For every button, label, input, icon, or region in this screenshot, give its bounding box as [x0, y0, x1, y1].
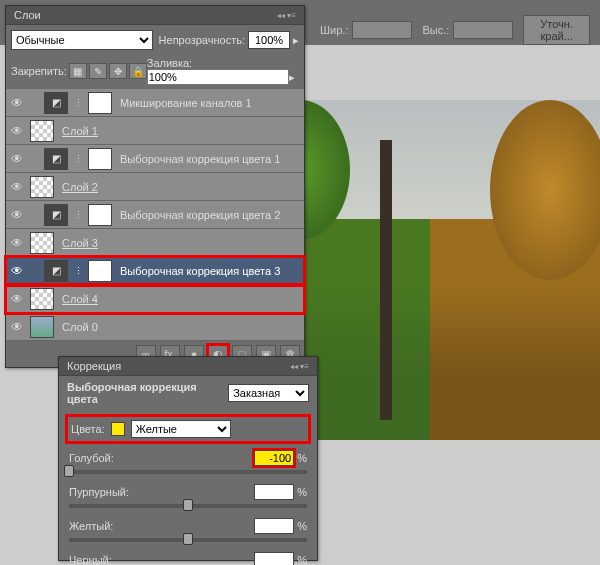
layer-thumb[interactable]: ◩ [44, 204, 68, 226]
layer-name[interactable]: Выборочная коррекция цвета 3 [116, 265, 302, 277]
layer-thumb[interactable] [30, 288, 54, 310]
lock-position-icon[interactable]: ✥ [109, 63, 127, 79]
layer-thumb[interactable]: ◩ [44, 92, 68, 114]
layer-mask[interactable] [88, 148, 112, 170]
link-icon: ⋮ [72, 266, 84, 276]
sliders-area: Голубой: %Пурпурный: %Желтый: %Черный: % [59, 448, 317, 565]
height-label: Выс.: [422, 24, 449, 36]
colors-label: Цвета: [71, 423, 105, 435]
colors-selector: Цвета: Желтые [67, 416, 309, 442]
layer-row[interactable]: 👁Слой 0 [6, 313, 304, 341]
slider-track[interactable] [69, 470, 307, 474]
layer-thumb[interactable] [30, 120, 54, 142]
layer-thumb[interactable]: ◩ [44, 148, 68, 170]
preset-select[interactable]: Заказная [228, 384, 309, 402]
layer-row[interactable]: 👁◩⋮Выборочная коррекция цвета 1 [6, 145, 304, 173]
layer-name[interactable]: Слой 2 [58, 181, 302, 193]
layer-thumb[interactable] [30, 176, 54, 198]
colors-select[interactable]: Желтые [131, 420, 231, 438]
slider-row: Желтый: % [59, 516, 317, 550]
link-icon: ⋮ [72, 154, 84, 164]
visibility-eye-icon[interactable]: 👁 [8, 121, 26, 141]
link-icon: ⋮ [72, 210, 84, 220]
visibility-eye-icon[interactable]: 👁 [8, 205, 26, 225]
visibility-eye-icon[interactable]: 👁 [8, 93, 26, 113]
visibility-eye-icon[interactable]: 👁 [8, 149, 26, 169]
lock-transparency-icon[interactable]: ▦ [69, 63, 87, 79]
layers-panel-title: Слои [14, 9, 41, 21]
slider-track[interactable] [69, 538, 307, 542]
fill-input[interactable] [147, 69, 289, 85]
slider-handle[interactable] [183, 533, 193, 545]
lock-label: Закрепить: [11, 65, 67, 77]
lock-pixels-icon[interactable]: ✎ [89, 63, 107, 79]
layer-name[interactable]: Слой 1 [58, 125, 302, 137]
pct-label: % [297, 486, 307, 498]
adjustments-title: Коррекция [67, 360, 121, 372]
fill-label: Заливка: [147, 57, 192, 69]
layer-thumb[interactable]: ◩ [44, 260, 68, 282]
layer-name[interactable]: Выборочная коррекция цвета 2 [116, 209, 302, 221]
refine-edge-button[interactable]: Уточн. край... [523, 15, 590, 45]
visibility-eye-icon[interactable]: 👁 [8, 233, 26, 253]
visibility-eye-icon[interactable]: 👁 [8, 317, 26, 337]
blend-mode-select[interactable]: Обычные [11, 30, 153, 50]
pct-label: % [297, 554, 307, 565]
slider-handle[interactable] [183, 499, 193, 511]
layers-panel-header[interactable]: Слои ◂◂ ▾≡ [6, 6, 304, 25]
adjustment-name: Выборочная коррекция цвета [67, 381, 228, 405]
slider-value-input[interactable] [254, 552, 294, 565]
slider-label: Черный: [69, 554, 112, 565]
height-input[interactable] [453, 21, 513, 39]
visibility-eye-icon[interactable]: 👁 [8, 289, 26, 309]
layer-row[interactable]: 👁Слой 3 [6, 229, 304, 257]
layer-row[interactable]: 👁Слой 4 [6, 285, 304, 313]
layer-thumb[interactable] [30, 232, 54, 254]
slider-value-input[interactable] [254, 484, 294, 500]
slider-label: Пурпурный: [69, 486, 129, 498]
slider-value-input[interactable] [254, 518, 294, 534]
color-swatch-icon [111, 422, 125, 436]
pct-label: % [297, 520, 307, 532]
layer-row[interactable]: 👁Слой 1 [6, 117, 304, 145]
layer-name[interactable]: Микширование каналов 1 [116, 97, 302, 109]
layer-row[interactable]: 👁◩⋮Выборочная коррекция цвета 2 [6, 201, 304, 229]
slider-row: Пурпурный: % [59, 482, 317, 516]
width-input[interactable] [352, 21, 412, 39]
layer-list: 👁◩⋮Микширование каналов 1👁Слой 1👁◩⋮Выбор… [6, 89, 304, 341]
visibility-eye-icon[interactable]: 👁 [8, 177, 26, 197]
visibility-eye-icon[interactable]: 👁 [8, 261, 26, 281]
slider-label: Голубой: [69, 452, 114, 464]
slider-label: Желтый: [69, 520, 113, 532]
adjustments-panel-header[interactable]: Коррекция ◂◂ ▾≡ [59, 357, 317, 376]
slider-row: Голубой: % [59, 448, 317, 482]
layer-thumb[interactable] [30, 316, 54, 338]
opacity-label: Непрозрачность: [159, 34, 245, 46]
link-icon: ⋮ [72, 98, 84, 108]
slider-track[interactable] [69, 504, 307, 508]
panel-controls: ◂◂ ▾≡ [290, 362, 309, 371]
width-label: Шир.: [320, 24, 348, 36]
slider-value-input[interactable] [254, 450, 294, 466]
slider-row: Черный: % [59, 550, 317, 565]
opacity-input[interactable] [248, 31, 290, 49]
layer-name[interactable]: Слой 0 [58, 321, 302, 333]
lock-all-icon[interactable]: 🔒 [129, 63, 147, 79]
layer-name[interactable]: Выборочная коррекция цвета 1 [116, 153, 302, 165]
layers-panel: Слои ◂◂ ▾≡ Обычные Непрозрачность:▸ Закр… [5, 5, 305, 368]
pct-label: % [297, 452, 307, 464]
adjustments-panel: Коррекция ◂◂ ▾≡ Выборочная коррекция цве… [58, 356, 318, 561]
panel-controls: ◂◂ ▾≡ [277, 11, 296, 20]
layer-row[interactable]: 👁◩⋮Микширование каналов 1 [6, 89, 304, 117]
layer-mask[interactable] [88, 92, 112, 114]
layer-row[interactable]: 👁Слой 2 [6, 173, 304, 201]
layer-row[interactable]: 👁◩⋮Выборочная коррекция цвета 3 [6, 257, 304, 285]
slider-handle[interactable] [64, 465, 74, 477]
layer-mask[interactable] [88, 204, 112, 226]
layer-name[interactable]: Слой 4 [58, 293, 302, 305]
layer-name[interactable]: Слой 3 [58, 237, 302, 249]
layer-mask[interactable] [88, 260, 112, 282]
